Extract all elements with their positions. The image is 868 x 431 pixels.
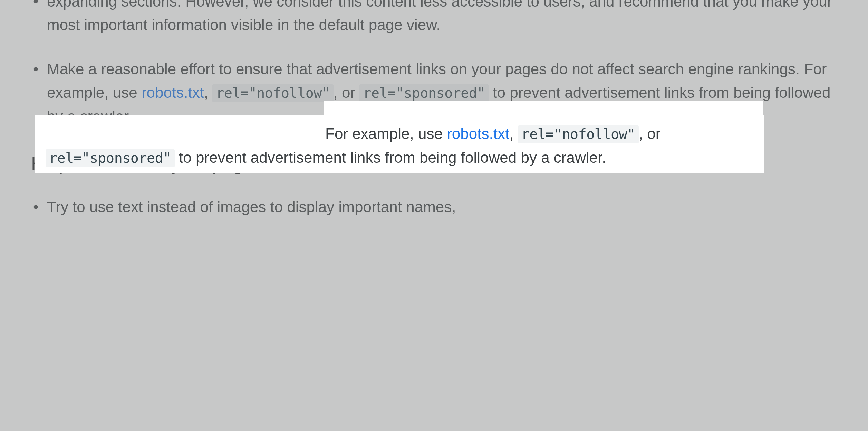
text-between-codes: , or <box>334 84 360 101</box>
article-content: expanding sections. However, we consider… <box>31 0 837 240</box>
code-sponsored: rel="sponsored" <box>359 84 489 102</box>
hl-lead: For example, use <box>325 125 447 142</box>
hl-tail: to prevent advertisement links from bein… <box>175 149 606 166</box>
quality-guidelines-list: expanding sections. However, we consider… <box>31 0 837 128</box>
code-nofollow: rel="nofollow" <box>212 84 333 102</box>
list-item: expanding sections. However, we consider… <box>31 0 837 37</box>
text-between-codes: , or <box>639 125 661 142</box>
list-item-text: Try to use text instead of images to dis… <box>47 198 456 215</box>
text-after-link: , <box>509 125 518 142</box>
code-nofollow: rel="nofollow" <box>518 125 639 143</box>
text-after-link: , <box>204 84 212 101</box>
list-item-text: expanding sections. However, we consider… <box>47 0 832 33</box>
help-visitors-list: Try to use text instead of images to dis… <box>31 195 837 219</box>
page: expanding sections. However, we consider… <box>0 0 868 431</box>
highlight-text: For example, use robots.txt, rel="nofoll… <box>46 122 791 170</box>
robots-txt-link[interactable]: robots.txt <box>447 125 509 142</box>
list-item: Make a reasonable effort to ensure that … <box>31 57 837 128</box>
robots-txt-link[interactable]: robots.txt <box>142 84 204 101</box>
list-item-text-pre: Make a reasonable effort to ensure that … <box>47 60 804 77</box>
list-item: Try to use text instead of images to dis… <box>31 195 837 219</box>
code-sponsored: rel="sponsored" <box>46 149 175 167</box>
